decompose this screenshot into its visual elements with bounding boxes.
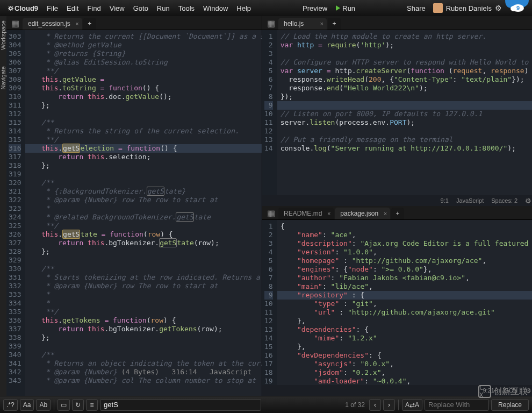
gutter: 1234567891011121314 (262, 30, 277, 195)
cursor-position: 9:1 (441, 197, 449, 204)
settings-gear-icon[interactable]: ⚙ (495, 4, 502, 12)
find-input[interactable] (100, 399, 261, 411)
user-area[interactable]: Ruben Daniels ⚙ (430, 3, 505, 13)
preview-button[interactable]: Preview (298, 4, 332, 12)
new-tab-button[interactable]: + (83, 18, 96, 30)
user-name: Ruben Daniels (446, 4, 492, 12)
menu-run[interactable]: Run (153, 4, 174, 12)
pane-menu-icon[interactable]: ▦ (264, 206, 277, 219)
gear-icon[interactable]: ⚙ (525, 197, 531, 205)
next-match-button[interactable]: › (383, 399, 395, 411)
menu-file[interactable]: File (42, 4, 62, 12)
sidebar-workspace[interactable]: Workspace (0, 20, 6, 50)
brand[interactable]: ⛭ Cloud9 (3, 4, 42, 12)
replace-button[interactable]: Replace (491, 399, 529, 411)
tabbar-top-right: ▦ hello.js× + (262, 16, 532, 30)
share-button[interactable]: Share (402, 4, 430, 12)
svg-text:9: 9 (516, 5, 520, 11)
match-count: 1 of 32 (345, 401, 365, 409)
whole-word-toggle[interactable]: Ab (36, 399, 51, 411)
pane-menu-icon[interactable]: ▦ (264, 17, 277, 30)
editor-left[interactable]: 3033043053063073083093103113123133143153… (6, 30, 262, 396)
play-icon (336, 5, 340, 11)
menu-goto[interactable]: Goto (129, 4, 153, 12)
left-sidebar: Workspace Navigate (0, 16, 6, 396)
searchbar: .*? Aa Ab ▭ ↻ ≡ 1 of 32 ‹ › A⇄A Replace (0, 396, 532, 413)
run-button[interactable]: Run (332, 4, 360, 12)
case-toggle[interactable]: Aa (20, 399, 34, 411)
watermark-logo-icon: C X (478, 385, 491, 398)
brand-label: Cloud9 (15, 4, 38, 12)
avatar (433, 3, 443, 13)
menu-help[interactable]: Help (232, 4, 255, 12)
close-icon[interactable]: × (75, 20, 78, 27)
close-icon[interactable]: × (384, 210, 387, 217)
cloud9-logo-badge[interactable]: 9 (505, 0, 529, 16)
tab-edit-session[interactable]: edit_session.js× (23, 18, 82, 30)
tabbar-left: ▦ edit_session.js× + (6, 16, 262, 30)
menu-tools[interactable]: Tools (174, 4, 199, 12)
indent-mode[interactable]: Spaces: 2 (491, 197, 517, 204)
statusbar-top-right: 9:1 JavaScript Spaces: 2 ⚙ (262, 195, 532, 206)
font-size-toggle[interactable]: A⇄A (402, 399, 422, 411)
editor-top-right[interactable]: 1234567891011121314 // Load the http mod… (262, 30, 532, 195)
menu-find[interactable]: Find (83, 4, 105, 12)
editor-bottom-right[interactable]: 1234567891011121314151617181920 { "name"… (262, 220, 532, 385)
sidebar-navigate[interactable]: Navigate (0, 66, 6, 89)
search-in-selection-toggle[interactable]: ▭ (57, 399, 70, 411)
close-icon[interactable]: × (320, 20, 323, 27)
new-tab-button[interactable]: + (328, 18, 341, 30)
watermark: C X 创新互联 (478, 385, 528, 398)
tabbar-bottom-right: ▦ README.md× package.json× + (262, 206, 532, 220)
wrap-toggle[interactable]: ↻ (72, 399, 84, 411)
tab-hello[interactable]: hello.js× (278, 18, 327, 30)
menu-window[interactable]: Window (199, 4, 232, 12)
brand-icon: ⛭ (8, 4, 15, 12)
tab-package-json[interactable]: package.json× (335, 208, 390, 219)
pane-menu-icon[interactable]: ▦ (9, 17, 21, 30)
menu-edit[interactable]: Edit (62, 4, 83, 12)
regex-toggle[interactable]: .*? (3, 399, 18, 411)
prev-match-button[interactable]: ‹ (369, 399, 381, 411)
menu-items: FileEditFindViewGotoRunToolsWindowHelp (42, 4, 255, 12)
menu-view[interactable]: View (105, 4, 129, 12)
close-icon[interactable]: × (327, 210, 330, 217)
gutter: 1234567891011121314151617181920 (262, 220, 277, 385)
replace-input[interactable] (425, 399, 489, 411)
language-mode[interactable]: JavaScript (456, 197, 484, 204)
whole-toggle[interactable]: ≡ (86, 399, 98, 411)
new-tab-button[interactable]: + (391, 208, 404, 219)
gutter: 3033043053063073083093103113123133143153… (6, 30, 25, 396)
tab-readme[interactable]: README.md× (278, 208, 334, 219)
menubar: ⛭ Cloud9 FileEditFindViewGotoRunToolsWin… (0, 0, 532, 16)
